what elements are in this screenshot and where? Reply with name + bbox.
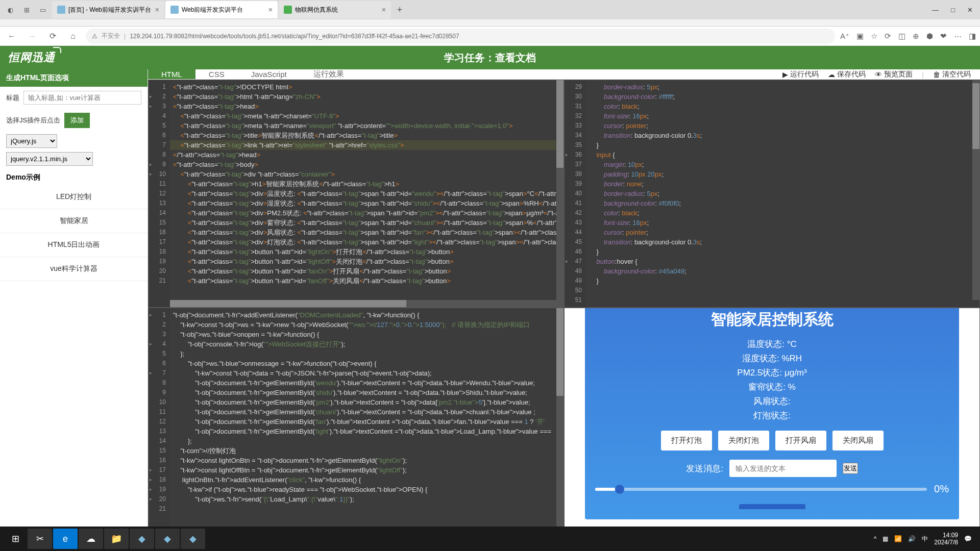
taskbar: ⊞ ✂ e ☁ 📁 ◆ ◆ ◆ ^ ▦ 📶 🔊 中 14:09 2024/7/8… [0, 527, 980, 551]
back-button[interactable]: ← [4, 29, 19, 44]
demo-item-led[interactable]: LED灯控制 [0, 185, 148, 209]
progress-slider[interactable] [595, 488, 927, 491]
text-size-icon[interactable]: A⁺ [840, 32, 849, 41]
menu-icon[interactable]: ⋯ [954, 32, 962, 41]
refresh-sync-icon[interactable]: ⟳ [885, 32, 891, 41]
taskbar-app-4[interactable]: 📁 [104, 529, 129, 549]
editor-column: HTML CSS JavaScript 运行效果 ▶ 运行代码 ☁ 保存代码 👁… [148, 69, 980, 527]
tab-row: ◐ ⊞ ▭ [首页] - Web前端开发实训平台 × Web前端开发实训平台 ×… [0, 0, 980, 19]
tab-title: [首页] - Web前端开发实训平台 [68, 6, 151, 14]
start-button[interactable]: ⊞ [3, 529, 28, 549]
demo-item-vuecalc[interactable]: vue科学计算器 [0, 257, 148, 281]
address-row: ← → ⟳ ⌂ ⚠ 不安全 | 129.204.101.79:8082/html… [0, 27, 980, 46]
clear-code-button[interactable]: 🗑 清空代码 [933, 70, 971, 79]
demo-item-smarthome[interactable]: 智能家居 [0, 209, 148, 233]
taskbar-app-6[interactable]: ◆ [155, 529, 180, 549]
new-tab-button[interactable]: + [392, 5, 407, 15]
clock[interactable]: 14:09 2024/7/8 [934, 532, 958, 546]
profile-icon[interactable]: ◐ [3, 3, 17, 17]
close-icon[interactable]: × [268, 6, 273, 14]
taskbar-app-1[interactable]: ✂ [28, 529, 52, 549]
light-off-button[interactable]: 关闭灯泡 [718, 431, 769, 450]
send-button[interactable]: 发送 [843, 463, 858, 474]
tab-title: Web前端开发实训平台 [182, 6, 243, 14]
main: 生成HTML页面选项 标题 选择JS插件后点击 添加 jQuery.js jqu… [0, 69, 980, 527]
fan-on-button[interactable]: 打开风扇 [775, 431, 826, 450]
collections-icon[interactable]: ⊕ [913, 32, 919, 41]
css-editor-pane[interactable]: 2930313233343536373839404142434445464748… [564, 80, 980, 308]
refresh-button[interactable]: ⟳ [45, 29, 60, 44]
forward-button[interactable]: → [24, 29, 40, 44]
address-bar[interactable]: ⚠ 不安全 | 129.204.101.79:8082/html/webcode… [86, 29, 835, 44]
send-msg-input[interactable] [729, 460, 837, 477]
taskbar-app-5[interactable]: ◆ [130, 529, 154, 549]
js-editor-pane[interactable]: 123456789101112131415161718192021 "t-obj… [148, 308, 564, 536]
home-button[interactable]: ⌂ [65, 29, 81, 44]
taskbar-app-3[interactable]: ☁ [79, 529, 103, 549]
taskbar-app-7[interactable]: ◆ [181, 529, 205, 549]
tab-title: 物联网仿真系统 [295, 6, 338, 14]
html-editor-pane[interactable]: 123456789101112131415161718192021 <"t-at… [148, 80, 564, 308]
editor-tabs: HTML CSS JavaScript 运行效果 ▶ 运行代码 ☁ 保存代码 👁… [148, 69, 980, 80]
plugin-select-1[interactable]: jQuery.js [6, 134, 57, 148]
preview-page-button[interactable]: 👁 预览页面 [875, 70, 913, 79]
window-close-icon[interactable]: ✕ [967, 6, 973, 14]
close-icon[interactable]: × [155, 6, 159, 14]
vertical-scrollbar[interactable] [556, 308, 564, 528]
tab-html[interactable]: HTML [148, 69, 195, 79]
tab-css[interactable]: CSS [195, 69, 238, 79]
extensions-icon[interactable]: ⬢ [926, 32, 933, 41]
tab-actions-icon[interactable]: ▭ [36, 3, 50, 17]
close-icon[interactable]: × [382, 6, 386, 14]
tray-chevron-icon[interactable]: ^ [874, 535, 877, 542]
taskbar-app-edge[interactable]: e [53, 529, 78, 549]
plugin-select-2[interactable]: jquery.v2.1.1.min.js [6, 152, 93, 166]
favicon-icon [170, 6, 179, 14]
favicon-icon [57, 6, 65, 14]
addr-toolbar: A⁺ ▣ ☆ ⟳ ◫ ⊕ ⬢ ❤ ⋯ ◨ [840, 32, 976, 41]
tray-network-icon[interactable]: ▦ [883, 535, 888, 542]
tray-volume-icon[interactable]: 🔊 [908, 535, 916, 542]
window-maximize-icon[interactable]: □ [951, 6, 955, 14]
favicon-icon [284, 6, 292, 14]
sidebar-header: 生成HTML页面选项 [0, 69, 148, 87]
vertical-scrollbar[interactable] [556, 80, 564, 300]
light-on-button[interactable]: 打开灯泡 [661, 431, 712, 450]
title-input[interactable] [23, 91, 141, 105]
tray-notifications-icon[interactable]: 💬 [964, 535, 972, 542]
tray-ime-icon[interactable]: 中 [922, 535, 928, 543]
split-icon[interactable]: ◫ [898, 32, 905, 41]
stat-temp: 温度状态: °C [595, 338, 949, 350]
system-tray: ^ ▦ 📶 🔊 中 14:09 2024/7/8 💬 [874, 532, 977, 546]
warning-icon: ⚠ [92, 33, 97, 40]
fan-off-button[interactable]: 关闭风扇 [832, 431, 884, 450]
sidebar-toggle-icon[interactable]: ◨ [969, 32, 976, 41]
add-plugin-button[interactable]: 添加 [64, 113, 90, 128]
vertical-scrollbar[interactable] [972, 80, 979, 300]
run-code-button[interactable]: ▶ 运行代码 [782, 70, 819, 79]
demo-item-sunrise[interactable]: HTML5日出动画 [0, 233, 148, 257]
editor-panes: 123456789101112131415161718192021 <"t-at… [148, 80, 980, 536]
window-minimize-icon[interactable]: — [932, 6, 939, 14]
tray-wifi-icon[interactable]: 📶 [894, 535, 902, 542]
preview-title: 智能家居控制系统 [595, 309, 949, 330]
title-label: 标题 [6, 93, 19, 103]
tab-result[interactable]: 运行效果 [300, 69, 357, 79]
tab-iot[interactable]: 物联网仿真系统 × [279, 1, 391, 18]
logo: 恒网迅通 [8, 50, 55, 65]
tab-javascript[interactable]: JavaScript [238, 69, 300, 79]
reader-icon[interactable]: ▣ [856, 32, 864, 41]
performance-icon[interactable]: ❤ [940, 32, 947, 41]
horizontal-scrollbar[interactable] [170, 300, 564, 307]
preview-pane: 智能家居控制系统 温度状态: °C 湿度状态: %RH PM2.5状态: μg/… [564, 308, 980, 536]
stat-pm25: PM2.5状态: μg/m³ [595, 367, 949, 379]
preview-card: 智能家居控制系统 温度状态: °C 湿度状态: %RH PM2.5状态: μg/… [585, 308, 959, 519]
url-text: 129.204.101.79:8082/html/webcode/tools/t… [130, 33, 459, 40]
save-code-button[interactable]: ☁ 保存代码 [828, 70, 866, 79]
tab-editor[interactable]: Web前端开发实训平台 × [165, 1, 278, 18]
tab-homepage[interactable]: [首页] - Web前端开发实训平台 × [52, 1, 164, 18]
preview-bottom-button[interactable] [739, 504, 805, 509]
workspaces-icon[interactable]: ⊞ [19, 3, 34, 17]
favorite-icon[interactable]: ☆ [871, 32, 877, 41]
insecure-label: 不安全 [102, 32, 120, 40]
